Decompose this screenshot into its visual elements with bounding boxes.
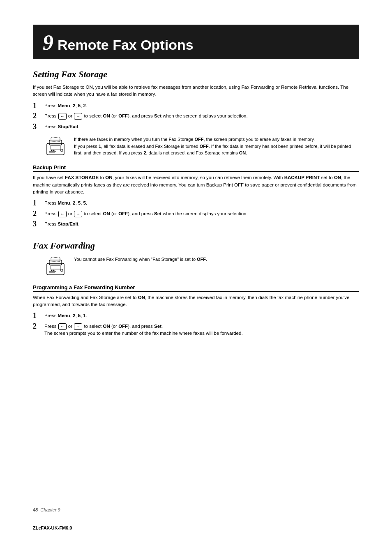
fax-forwarding-note: You cannot use Fax Forwarding when "Fax … bbox=[44, 256, 359, 279]
step-text: Press Stop/Exit. bbox=[44, 123, 359, 130]
left-arrow-icon: ← bbox=[58, 113, 67, 120]
section1-steps: 1 Press Menu, 2, 5, 2. 2 Press ← or → to… bbox=[33, 102, 359, 131]
section1: Setting Fax Storage If you set Fax Stora… bbox=[33, 69, 359, 229]
subsection2-intro: When Fax Forwarding and Fax Storage are … bbox=[33, 294, 359, 309]
right-arrow-icon: → bbox=[74, 211, 82, 217]
step-number: 3 bbox=[33, 122, 44, 131]
step-text: Press Stop/Exit. bbox=[44, 221, 359, 228]
step-item: 3 Press Stop/Exit. bbox=[33, 221, 359, 229]
step-number: 3 bbox=[33, 220, 44, 229]
svg-rect-11 bbox=[50, 266, 61, 269]
step-number: 1 bbox=[33, 311, 44, 320]
subsection2-title: Programming a Fax Forwarding Number bbox=[33, 284, 359, 292]
chapter-number: 9 bbox=[43, 32, 53, 53]
section1-intro: If you set Fax Storage to ON, you will b… bbox=[33, 84, 359, 98]
step-item: 1 Press Menu, 2, 5, 2. bbox=[33, 102, 359, 111]
backup-print-steps: 1 Press Menu, 2, 5, 5. 2 Press ← or → to… bbox=[33, 200, 359, 229]
svg-point-7 bbox=[51, 150, 53, 151]
step-number: 1 bbox=[33, 101, 44, 111]
step-text: Press ← or → to select ON (or OFF), and … bbox=[44, 323, 359, 337]
note-box: If there are faxes in memory when you tu… bbox=[44, 136, 359, 159]
chapter-header: 9 Remote Fax Options bbox=[33, 25, 359, 59]
step-text: Press Menu, 2, 5, 1. bbox=[44, 312, 359, 319]
footer: 48 Chapter 9 ZLeFAX-UK-FM6.0 bbox=[33, 503, 359, 530]
step-item: 1 Press Menu, 2, 5, 1. bbox=[33, 312, 359, 320]
step-number: 2 bbox=[33, 210, 44, 219]
note-text: If there are faxes in memory when you tu… bbox=[74, 136, 359, 157]
subsection1-title: Backup Print bbox=[33, 164, 359, 172]
fax-forwarding-note-text: You cannot use Fax Forwarding when "Fax … bbox=[74, 256, 207, 263]
section2: Fax Forwarding You cannot use Fax Forwar… bbox=[33, 240, 359, 337]
svg-point-8 bbox=[53, 150, 55, 151]
svg-point-17 bbox=[53, 269, 55, 271]
step-text: Press ← or → to select ON (or OFF), and … bbox=[44, 113, 359, 120]
fax-machine-icon-2 bbox=[44, 256, 68, 279]
step-number: 2 bbox=[33, 322, 44, 331]
svg-point-16 bbox=[51, 269, 53, 271]
fax-forwarding-steps: 1 Press Menu, 2, 5, 1. 2 Press ← or → to… bbox=[33, 312, 359, 337]
step-number: 1 bbox=[33, 199, 44, 208]
svg-point-3 bbox=[60, 149, 63, 152]
fax-machine-icon bbox=[44, 136, 68, 159]
right-arrow-icon: → bbox=[74, 323, 82, 330]
chapter-title: Remote Fax Options bbox=[58, 37, 194, 53]
step-text: Press Menu, 2, 5, 2. bbox=[44, 102, 359, 109]
step-item: 2 Press ← or → to select ON (or OFF), an… bbox=[33, 323, 359, 337]
svg-point-12 bbox=[60, 269, 63, 272]
step-item: 1 Press Menu, 2, 5, 5. bbox=[33, 200, 359, 208]
section2-title: Fax Forwarding bbox=[33, 240, 359, 251]
svg-rect-15 bbox=[51, 258, 60, 262]
footer-doc-id: ZLeFAX-UK-FM6.0 bbox=[33, 525, 359, 530]
step-item: 2 Press ← or → to select ON (or OFF), an… bbox=[33, 113, 359, 121]
right-arrow-icon: → bbox=[74, 113, 82, 120]
step-text: Press Menu, 2, 5, 5. bbox=[44, 200, 359, 207]
step-item: 2 Press ← or → to select ON (or OFF), an… bbox=[33, 210, 359, 219]
page: 9 Remote Fax Options Setting Fax Storage… bbox=[0, 0, 392, 555]
footer-line bbox=[33, 503, 359, 503]
step-text: Press ← or → to select ON (or OFF), and … bbox=[44, 210, 359, 217]
left-arrow-icon: ← bbox=[58, 323, 67, 330]
section1-title: Setting Fax Storage bbox=[33, 69, 359, 80]
svg-rect-2 bbox=[50, 146, 61, 149]
left-arrow-icon: ← bbox=[58, 211, 67, 217]
footer-page: 48 Chapter 9 bbox=[33, 507, 60, 512]
subsection1-intro: If you have set FAX STORAGE to ON, your … bbox=[33, 174, 359, 196]
step-item: 3 Press Stop/Exit. bbox=[33, 123, 359, 131]
svg-rect-6 bbox=[51, 138, 60, 142]
step-number: 2 bbox=[33, 112, 44, 121]
